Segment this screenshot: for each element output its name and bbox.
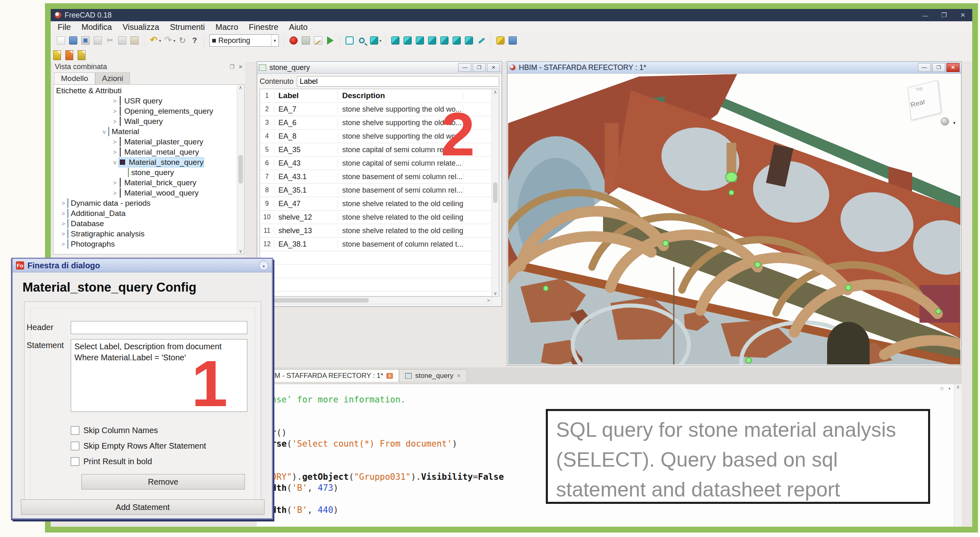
dock-close-icon[interactable]: ✕	[238, 64, 243, 70]
tree-item[interactable]: Etichette & Attributi	[54, 85, 237, 96]
menu-item-macro[interactable]: Macro	[210, 22, 244, 32]
scroll-thumb[interactable]	[262, 298, 369, 303]
tree-expander-icon[interactable]: >	[59, 230, 67, 237]
view-minimize-button[interactable]: —	[918, 63, 931, 72]
tree-expander-icon[interactable]: >	[111, 138, 119, 145]
tree-item[interactable]: vMaterial_stone_query	[54, 157, 237, 167]
new-file-icon[interactable]	[56, 35, 66, 46]
cell-description[interactable]: stone basement of semi column rel...	[338, 173, 463, 181]
header-input[interactable]	[71, 321, 247, 334]
tree-expander-icon[interactable]: >	[111, 108, 119, 115]
dock-float-icon[interactable]: ❐	[229, 64, 234, 70]
view-front-icon[interactable]	[402, 35, 413, 46]
menu-item-visualizza[interactable]: Visualizza	[117, 22, 165, 32]
report-print-icon[interactable]	[64, 50, 74, 61]
draw-style-icon-dropdown[interactable]: ▾	[379, 38, 381, 43]
tab-modello[interactable]: Modello	[54, 72, 95, 84]
dialog-titlebar[interactable]: Fo Finestra di dialogo ▴	[13, 259, 272, 272]
table-row[interactable]	[260, 278, 492, 292]
navcube-menu-icon[interactable]: ▾	[953, 120, 955, 126]
cell-description[interactable]: stone basement of semi column rel...	[338, 186, 463, 195]
console-scrollbar[interactable]: ∧	[954, 384, 962, 526]
cell-label[interactable]: Label	[274, 91, 338, 100]
workbench-selector[interactable]: Reporting▾	[209, 34, 279, 47]
tree-expander-icon[interactable]: >	[59, 220, 67, 227]
cell-label[interactable]: EA_8	[274, 132, 338, 141]
tree-item[interactable]: vMaterial	[54, 126, 237, 137]
redo-icon[interactable]: ↷	[163, 35, 173, 46]
macro-record-icon[interactable]	[288, 35, 299, 46]
console-menu-icon[interactable]: ▾	[948, 386, 951, 391]
python-console-icon[interactable]	[495, 35, 506, 46]
macro-play-icon[interactable]	[325, 35, 336, 46]
checkbox-skip-empty-rows-after-statement[interactable]	[71, 442, 79, 450]
navcube-ball-icon[interactable]	[941, 117, 949, 126]
console-float-icon[interactable]: ❐	[940, 386, 943, 391]
tree-item[interactable]: >Material_metal_query	[54, 147, 237, 157]
spreadsheet-titlebar[interactable]: stone_query —❐✕	[257, 62, 502, 74]
cell-description[interactable]: stone shelve related to the old ceiling	[338, 227, 463, 235]
sheet-close-button[interactable]: ✕	[487, 63, 500, 72]
cell-description[interactable]: stone shelve related to the old ceiling	[338, 200, 463, 208]
tree-expander-icon[interactable]: >	[59, 240, 67, 247]
tree-item[interactable]: >Material_wood_query	[54, 188, 237, 198]
draw-style-icon[interactable]	[369, 35, 379, 46]
tree-expander-icon[interactable]: >	[111, 179, 119, 186]
close-icon[interactable]: ✕	[386, 373, 393, 379]
undo-icon[interactable]: ↶	[148, 35, 159, 46]
cell-label[interactable]: EA_43.1	[274, 173, 338, 181]
3d-viewport[interactable]: Top Rear ▾	[508, 74, 960, 364]
redo-icon-dropdown[interactable]: ▾	[173, 38, 175, 43]
sheet-hscrollbar[interactable]: >	[260, 297, 492, 304]
add-statement-button[interactable]: Add Statement	[21, 499, 265, 515]
dialog-rollup-button[interactable]: ▴	[259, 261, 269, 270]
tab-azioni[interactable]: Azioni	[95, 72, 130, 84]
cell-label[interactable]: shelve_13	[274, 227, 338, 235]
report-datasheet-icon[interactable]	[52, 50, 62, 61]
menu-item-modifica[interactable]: Modifica	[76, 22, 117, 32]
3d-view-titlebar[interactable]: HBIM - STAFFARDA REFECTORY : 1* —❐✕	[507, 62, 961, 74]
print-icon[interactable]	[92, 35, 103, 46]
report-table-icon[interactable]	[76, 50, 87, 61]
table-row[interactable]: 12EA_38.1stone basement of column relate…	[260, 238, 492, 251]
tree-expander-icon[interactable]: >	[59, 200, 67, 207]
tree-expander-icon[interactable]: >	[111, 97, 119, 104]
cell-label[interactable]: EA_35	[274, 146, 338, 154]
tree-scrollbar[interactable]: ∧ ∨	[237, 85, 244, 254]
view-left-icon[interactable]	[464, 35, 474, 46]
tree-item[interactable]: >Database	[54, 218, 237, 229]
minimize-button[interactable]: —	[916, 9, 935, 21]
cell-reference-input[interactable]	[297, 76, 499, 87]
scroll-down-icon[interactable]: ∨	[493, 290, 497, 296]
whats-this-icon[interactable]: ?	[189, 35, 200, 46]
table-row[interactable]: 10shelve_12stone shelve related to the o…	[260, 211, 492, 224]
cell-label[interactable]: EA_35.1	[274, 186, 338, 195]
remove-button[interactable]: Remove	[81, 474, 245, 490]
open-file-icon[interactable]	[68, 35, 78, 46]
copy-icon[interactable]	[117, 35, 128, 46]
tree-expander-icon[interactable]: >	[59, 210, 67, 217]
view-right-icon[interactable]	[427, 35, 437, 46]
tree-expander-icon[interactable]: v	[111, 159, 119, 166]
view-axonometric-icon[interactable]	[390, 35, 401, 46]
tree-item[interactable]: >Dynamic data - periods	[54, 198, 237, 208]
table-row[interactable]: 11shelve_13stone shelve related to the o…	[260, 224, 492, 238]
table-row[interactable]: 8EA_35.1stone basement of semi column re…	[260, 184, 492, 197]
menu-item-strumenti[interactable]: Strumenti	[164, 22, 210, 32]
menu-item-finestre[interactable]: Finestre	[244, 22, 284, 32]
scroll-up-icon[interactable]: ∧	[956, 384, 959, 390]
measure-icon[interactable]	[476, 35, 487, 46]
table-row[interactable]: 7EA_43.1stone basement of semi column re…	[260, 170, 492, 184]
cell-description[interactable]: stone shelve related to the old ceiling	[338, 213, 463, 222]
cell-label[interactable]: EA_6	[274, 119, 338, 127]
tree-item[interactable]: >USR query	[54, 96, 237, 106]
tree-item[interactable]: >Additional_Data	[54, 208, 237, 218]
tree-item[interactable]: >Photographs	[54, 239, 237, 249]
menu-item-file[interactable]: File	[52, 22, 76, 32]
checkbox-skip-column-names[interactable]	[71, 426, 79, 435]
restore-button[interactable]: ❐	[935, 9, 953, 21]
refresh-icon[interactable]: ↻	[177, 35, 188, 46]
macro-folder-icon[interactable]	[507, 35, 518, 46]
tree-expander-icon[interactable]: >	[111, 189, 119, 196]
scroll-thumb[interactable]	[238, 155, 243, 184]
